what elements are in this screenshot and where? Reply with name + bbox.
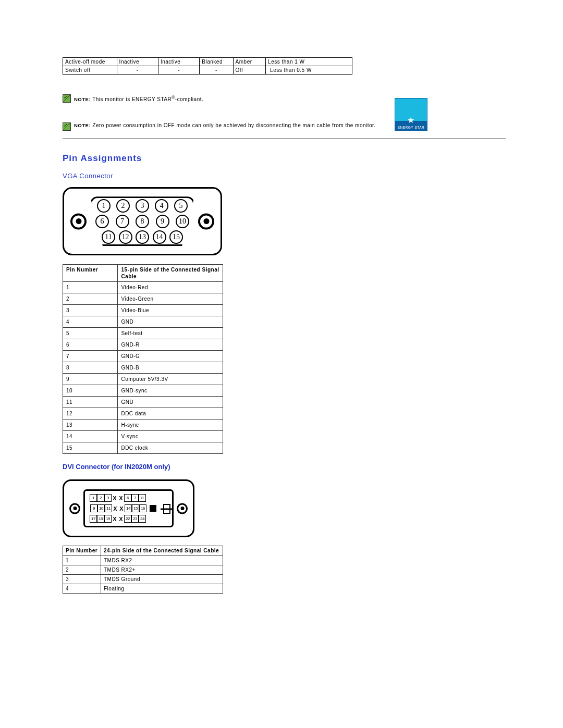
power-cell: - [200, 66, 233, 75]
table-row: 13H-sync [63, 419, 223, 431]
pin-number: 12 [63, 408, 118, 419]
pin-number: 15 [63, 442, 118, 454]
table-row: 2Video-Green [63, 293, 223, 305]
pin-description: Self-test [118, 328, 223, 339]
subtitle-dvi-connector: DVI Connector (for IN2020M only) [63, 463, 506, 471]
table-row: 4GND [63, 316, 223, 328]
power-cell: Less than 1 W [266, 58, 352, 66]
power-cell: - [117, 66, 158, 75]
table-row: 9Computer 5V/3.3V [63, 374, 223, 385]
vga-pin: 9 [156, 215, 169, 228]
pin-description: GND-sync [118, 385, 223, 397]
vga-pin: 8 [136, 215, 149, 228]
pin-number: 8 [63, 362, 118, 374]
energy-star-logo: ★ ENERGY STAR [395, 98, 427, 131]
pin-number: 4 [63, 316, 118, 328]
power-cell: Inactive [117, 58, 158, 66]
vga-pin: 12 [119, 230, 132, 244]
pin-number: 9 [63, 374, 118, 385]
note-energy-star: NOTE: This monitor is ENERGY STAR®-compl… [63, 94, 506, 103]
power-cell: Inactive [158, 58, 199, 66]
pin-description: H-sync [118, 419, 223, 431]
table-row: 12DDC data [63, 408, 223, 419]
pin-number: 2 [63, 565, 101, 575]
table-row: 8GND-B [63, 362, 223, 374]
subtitle-vga-connector: VGA Connector [63, 172, 506, 180]
power-cell: Blanked [200, 58, 233, 66]
power-mode-table: Active-off mode Inactive Inactive Blanke… [63, 57, 352, 75]
dvi-pin-table: Pin Number 24-pin Side of the Connected … [63, 546, 223, 594]
table-row: 3Video-Blue [63, 305, 223, 316]
vga-pin: 6 [95, 215, 109, 228]
table-row: 7GND-G [63, 351, 223, 362]
note-zero-power: NOTE: Zero power consumption in OFF mode… [63, 122, 506, 131]
pin-description: GND-B [118, 362, 223, 374]
table-header: Pin Number [63, 265, 118, 282]
vga-pin: 13 [136, 230, 149, 244]
pin-number: 10 [63, 385, 118, 397]
table-row: 15DDC clock [63, 442, 223, 454]
pin-description: Floating [101, 584, 223, 594]
table-row: 1TMDS RX2- [63, 556, 223, 565]
table-header: Pin Number [63, 546, 101, 556]
pin-description: GND [118, 397, 223, 408]
pin-description: Computer 5V/3.3V [118, 374, 223, 385]
power-cell: Off [233, 66, 265, 75]
pin-number: 11 [63, 397, 118, 408]
pin-number: 1 [63, 556, 101, 565]
vga-pin: 4 [155, 199, 168, 213]
dvi-screw-icon [177, 503, 188, 514]
pin-number: 13 [63, 419, 118, 431]
note-text: NOTE: Zero power consumption in OFF mode… [74, 122, 376, 129]
table-row: 6GND-R [63, 339, 223, 351]
table-row: 3TMDS Ground [63, 575, 223, 584]
pin-description: TMDS RX2- [101, 556, 223, 565]
vga-connector-diagram: 1 2 3 4 5 6 7 8 9 10 11 12 13 14 15 [63, 187, 222, 255]
vga-pin: 11 [102, 230, 115, 244]
vga-pin: 5 [174, 199, 188, 213]
pin-number: 3 [63, 305, 118, 316]
table-row: 4Floating [63, 584, 223, 594]
vga-pin: 1 [97, 199, 111, 213]
dvi-screw-icon [69, 503, 80, 514]
pin-description: DDC data [118, 408, 223, 419]
pin-description: Video-Red [118, 282, 223, 293]
note-icon [63, 122, 71, 131]
table-header: 24-pin Side of the Connected Signal Cabl… [101, 546, 223, 556]
pin-description: V-sync [118, 431, 223, 442]
pin-number: 4 [63, 584, 101, 594]
pin-description: TMDS RX2+ [101, 565, 223, 575]
power-cell: Active-off mode [63, 58, 117, 66]
dvi-ground-block-icon [150, 505, 156, 512]
vga-pin: 15 [169, 230, 183, 244]
vga-pin: 3 [136, 199, 149, 213]
vga-pin: 7 [116, 215, 129, 228]
power-cell: - [158, 66, 199, 75]
table-row: 11GND [63, 397, 223, 408]
pin-number: 5 [63, 328, 118, 339]
table-row: 10GND-sync [63, 385, 223, 397]
pin-description: GND-G [118, 351, 223, 362]
table-row: 1Video-Red [63, 282, 223, 293]
table-header: 15-pin Side of the Connected Signal Cabl… [118, 265, 223, 282]
notes-block: NOTE: This monitor is ENERGY STAR®-compl… [63, 94, 506, 131]
pin-description: DDC clock [118, 442, 223, 454]
vga-screw-icon [70, 213, 87, 229]
pin-number: 7 [63, 351, 118, 362]
dvi-pin-row: 123 XX 678 [90, 494, 146, 502]
pin-number: 1 [63, 282, 118, 293]
divider [63, 138, 506, 139]
pin-number: 3 [63, 575, 101, 584]
power-cell: Less than 0.5 W [266, 66, 352, 75]
dvi-connector-diagram: 123 XX 678 91011 XX 141516 171819 XX 222… [63, 479, 194, 537]
vga-pin: 2 [116, 199, 130, 213]
power-cell: Amber [233, 58, 265, 66]
vga-pin-table: Pin Number 15-pin Side of the Connected … [63, 264, 223, 454]
table-row: 2TMDS RX2+ [63, 565, 223, 575]
pin-number: 14 [63, 431, 118, 442]
note-icon [63, 94, 71, 103]
pin-description: GND-R [118, 339, 223, 351]
pin-number: 2 [63, 293, 118, 305]
section-title-pin-assignments: Pin Assignments [63, 153, 506, 164]
table-row: 14V-sync [63, 431, 223, 442]
